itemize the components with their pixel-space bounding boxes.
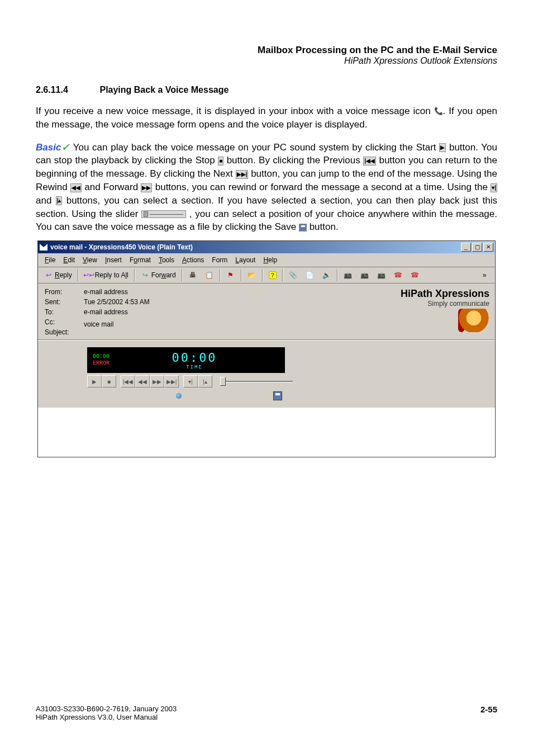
floppy-icon <box>273 391 282 400</box>
help-button[interactable]: ? <box>265 270 280 281</box>
toolbar-overflow[interactable]: » <box>476 269 493 281</box>
menu-tools[interactable]: Tools <box>155 255 178 265</box>
subject-value: voice mail <box>84 320 372 328</box>
section-title-text: Playing Back a Voice Message <box>99 85 229 94</box>
play-button[interactable]: ▶ <box>87 375 102 388</box>
move-icon: 📂 <box>248 271 256 280</box>
menu-insert[interactable]: Insert <box>102 255 125 265</box>
transport-controls: ▶ ■ |◀◀ ◀◀ ▶▶ ▶▶| ▾| |▴ <box>87 375 489 388</box>
intro-paragraph: If you receive a new voice message, it i… <box>36 105 497 131</box>
reply-all-icon: ↩↩ <box>84 271 93 280</box>
subject-label: Subject: <box>45 328 84 336</box>
time-display: 00:00 <box>110 351 279 365</box>
speaker-button[interactable]: 🔈 <box>318 269 335 281</box>
reply-button[interactable]: ↩Reply <box>40 269 76 281</box>
toolbar: ↩Reply ↩↩Reply to All ↪Forward 🖶 📋 ⚑ 📂 ?… <box>38 267 495 284</box>
notes-icon: 📄 <box>306 271 315 280</box>
message-body[interactable] <box>38 408 495 457</box>
next-icon: ▶▶| <box>236 170 249 179</box>
xpr-btn-1[interactable]: 📠 <box>340 269 356 281</box>
brand-panel: HiPath Xpressions Simply communicate <box>372 288 489 336</box>
position-slider[interactable] <box>220 377 293 386</box>
cc-label: Cc: <box>45 318 84 326</box>
close-button[interactable]: ✕ <box>483 243 493 252</box>
menu-form[interactable]: Form <box>208 255 231 265</box>
attach-button[interactable]: 📎 <box>285 269 302 281</box>
save-icon <box>299 224 307 231</box>
status-text: ERROR <box>93 360 110 367</box>
elapsed-time: 00:00 <box>93 353 110 360</box>
page-header: Mailbox Processing on the PC and the E-M… <box>36 45 497 66</box>
menu-help[interactable]: Help <box>260 255 280 265</box>
sent-label: Sent: <box>45 298 84 306</box>
slider-thumb[interactable] <box>220 377 226 386</box>
menu-layout[interactable]: Layout <box>232 255 259 265</box>
reply-all-button[interactable]: ↩↩Reply to All <box>80 269 132 281</box>
copy-icon: 📋 <box>205 271 214 280</box>
basic-label: Basic✓ <box>36 142 70 153</box>
menubar: File Edit View Insert Format Tools Actio… <box>38 253 495 267</box>
section-number: 2.6.11.4 <box>36 85 97 95</box>
menu-file[interactable]: File <box>41 255 59 265</box>
stop-button[interactable]: ■ <box>102 375 116 388</box>
window-title: voice mail - Xpressions450 Voice (Plain … <box>50 243 193 251</box>
phone-in-icon: ☎ <box>411 271 420 280</box>
rewind-icon: ◀◀ <box>70 183 82 192</box>
paperclip-icon: 📎 <box>289 271 298 280</box>
mark-start-button[interactable]: ▾| <box>183 375 198 388</box>
flag-icon: ⚑ <box>226 271 235 280</box>
rewind-button[interactable]: ◀◀ <box>135 375 150 388</box>
save-button[interactable] <box>270 390 285 402</box>
speaker-icon: 🔈 <box>322 271 331 280</box>
copy-button[interactable]: 📋 <box>201 269 218 281</box>
menu-edit[interactable]: Edit <box>60 255 78 265</box>
xpr-icon-3: 📠 <box>377 271 386 280</box>
minimize-button[interactable]: _ <box>461 243 471 252</box>
next-button[interactable]: ▶▶| <box>164 375 179 388</box>
volume-indicator[interactable] <box>176 393 182 399</box>
mark-start-icon: ▾| <box>491 183 497 192</box>
previous-button[interactable]: |◀◀ <box>121 375 135 388</box>
footer-doc-title: HiPath Xpressions V3.0, User Manual <box>36 713 177 721</box>
move-button[interactable]: 📂 <box>244 269 260 281</box>
print-button[interactable]: 🖶 <box>184 269 201 281</box>
menu-format[interactable]: Format <box>126 255 154 265</box>
mark-end-button[interactable]: |▴ <box>198 375 212 388</box>
sent-value: Tue 2/5/2002 4:53 AM <box>84 298 372 306</box>
menu-actions[interactable]: Actions <box>179 255 207 265</box>
to-value: e-mail address <box>84 308 372 316</box>
playback-paragraph: Basic✓ You can play back the voice messa… <box>36 141 497 234</box>
previous-icon: |◀◀ <box>363 157 376 166</box>
forward-mail-icon: ↪ <box>141 271 150 280</box>
stop-icon: ■ <box>218 157 223 166</box>
mark-end-icon: |▴ <box>56 196 63 205</box>
xpr-icon-1: 📠 <box>344 271 353 280</box>
header-title: Mailbox Processing on the PC and the E-M… <box>36 45 497 56</box>
message-header: From: Sent: To: Cc: Subject: e-mail addr… <box>38 284 495 339</box>
phone-out-icon: ☎ <box>394 271 403 280</box>
voice-player: 00:00 ERROR 00:00 TIME ▶ ■ |◀◀ ◀◀ ▶▶ ▶▶|… <box>38 341 495 408</box>
page-number: 2-55 <box>480 705 497 714</box>
phone-out-button[interactable]: ☎ <box>390 269 407 281</box>
xpr-btn-3[interactable]: 📠 <box>373 269 390 281</box>
phone-in-button[interactable]: ☎ <box>407 269 423 281</box>
bottom-controls <box>87 390 285 402</box>
play-icon: ▶ <box>439 143 446 152</box>
voice-mail-window: voice mail - Xpressions450 Voice (Plain … <box>37 240 496 457</box>
titlebar: voice mail - Xpressions450 Voice (Plain … <box>38 241 495 253</box>
envelope-icon <box>40 244 47 251</box>
notes-button[interactable]: 📄 <box>302 269 318 281</box>
xpr-icon-2: 📠 <box>360 271 369 280</box>
forward-icon: ▶▶ <box>141 183 152 192</box>
forward-button[interactable]: ↪Forward <box>137 269 180 281</box>
xpr-btn-2[interactable]: 📠 <box>356 269 373 281</box>
menu-view[interactable]: View <box>79 255 101 265</box>
section-heading: 2.6.11.4 Playing Back a Voice Message <box>36 85 497 95</box>
slider-icon <box>141 210 186 218</box>
chevron-overflow-icon: » <box>480 271 489 280</box>
maximize-button[interactable]: ▢ <box>472 243 482 252</box>
help-icon: ? <box>269 271 277 279</box>
header-subtitle: HiPath Xpressions Outlook Extensions <box>36 56 497 66</box>
flag-button[interactable]: ⚑ <box>222 269 239 281</box>
fast-forward-button[interactable]: ▶▶ <box>150 375 164 388</box>
